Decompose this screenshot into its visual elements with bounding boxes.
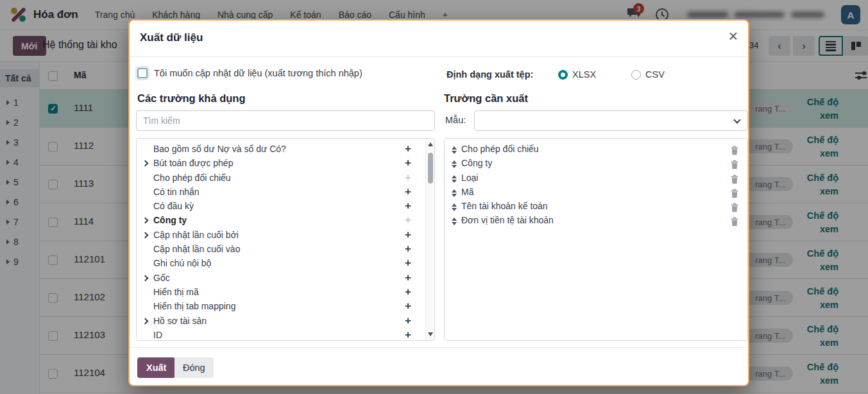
close-button[interactable]: Đóng — [174, 357, 214, 378]
export-field-row[interactable]: Tên tài khoản kế toán — [451, 201, 747, 215]
export-field-label: Công ty — [461, 158, 492, 168]
export-field-label: Đơn vị tiền tệ tài khoản — [461, 215, 554, 225]
update-data-option: Tôi muốn cập nhật dữ liệu (xuất tương th… — [137, 68, 362, 78]
scrollbar-thumb[interactable] — [428, 153, 433, 184]
expand-caret-icon[interactable] — [142, 232, 149, 238]
trash-icon — [731, 146, 738, 155]
available-field-row[interactable]: Bao gồm số dư Nợ và số dư Có? + — [137, 142, 434, 157]
scroll-down-icon[interactable] — [428, 332, 433, 336]
chevron-down-icon — [733, 116, 740, 123]
csv-radio[interactable] — [631, 70, 641, 80]
export-field-row[interactable]: Công ty — [451, 158, 747, 172]
available-fields-box: Bao gồm số dư Nợ và số dư Có? + Bút toán… — [136, 138, 435, 341]
drag-handle-icon[interactable] — [451, 218, 457, 227]
export-field-row[interactable]: Mã — [451, 187, 747, 201]
export-field-label: Mã — [461, 187, 473, 197]
template-label: Mẫu: — [445, 115, 466, 125]
xlsx-label[interactable]: XLSX — [572, 69, 596, 80]
field-label: Cập nhật lần cuối bởi — [153, 230, 239, 240]
dialog-header: Xuất dữ liệu × — [130, 21, 748, 57]
add-field-icon[interactable]: + — [405, 286, 411, 298]
update-data-label[interactable]: Tôi muốn cập nhật dữ liệu (xuất tương th… — [154, 68, 362, 78]
add-field-icon[interactable]: + — [405, 171, 411, 184]
export-fields-title: Trường cần xuất — [444, 92, 528, 105]
export-field-row[interactable]: Đơn vị tiền tệ tài khoản — [451, 215, 747, 229]
field-label: Hồ sơ tài sản — [153, 316, 207, 326]
available-field-row[interactable]: Cập nhật lần cuối vào + — [137, 243, 434, 257]
export-dialog: Xuất dữ liệu × Tôi muốn cập nhật dữ liệu… — [128, 19, 749, 386]
expand-caret-icon[interactable] — [142, 218, 149, 224]
trash-icon — [731, 175, 738, 184]
add-field-icon[interactable]: + — [405, 157, 411, 169]
export-field-row[interactable]: Loại — [451, 173, 747, 187]
drag-handle-icon[interactable] — [451, 160, 457, 169]
field-label: Bút toán được phép — [153, 158, 233, 168]
available-field-row[interactable]: Có đầu kỳ + — [137, 200, 434, 214]
available-field-row[interactable]: Ghi chú nội bộ + — [137, 257, 434, 271]
scroll-up-icon[interactable] — [428, 142, 433, 146]
add-field-icon[interactable]: + — [405, 228, 411, 241]
trash-icon — [731, 217, 738, 227]
available-field-row[interactable]: Cập nhật lần cuối bởi + — [137, 228, 434, 243]
available-field-row[interactable]: Bút toán được phép + — [137, 157, 434, 171]
add-field-icon[interactable]: + — [405, 271, 411, 284]
dialog-footer: Xuất Đóng — [130, 347, 748, 386]
available-fields-list: Bao gồm số dư Nợ và số dư Có? + Bút toán… — [137, 139, 434, 341]
add-field-icon[interactable]: + — [405, 214, 411, 227]
available-field-row[interactable]: Hiển thị tab mapping + — [137, 300, 434, 314]
expand-caret-icon[interactable] — [142, 160, 149, 167]
export-field-row[interactable]: Cho phép đối chiếu — [451, 144, 747, 158]
close-icon[interactable]: × — [728, 28, 738, 44]
template-select[interactable] — [474, 110, 748, 131]
xlsx-radio[interactable] — [558, 70, 568, 80]
csv-label[interactable]: CSV — [645, 69, 665, 80]
remove-field-button[interactable] — [731, 203, 738, 215]
expand-caret-icon[interactable] — [142, 275, 149, 281]
scrollbar[interactable] — [425, 139, 434, 340]
field-label: Hiển thị mã — [153, 287, 199, 297]
trash-icon — [731, 160, 738, 169]
drag-handle-icon[interactable] — [451, 203, 457, 212]
field-label: Hiển thị tab mapping — [153, 301, 235, 311]
add-field-icon[interactable]: + — [405, 257, 411, 270]
expand-caret-icon[interactable] — [142, 318, 149, 324]
available-field-row[interactable]: Hồ sơ tài sản + — [137, 314, 434, 329]
available-field-row[interactable]: Công ty + — [137, 214, 434, 228]
remove-field-button[interactable] — [731, 217, 738, 229]
export-field-label: Tên tài khoản kế toán — [461, 201, 548, 211]
available-field-row[interactable]: Có tin nhắn + — [137, 185, 434, 200]
drag-handle-icon[interactable] — [451, 189, 457, 198]
dialog-title: Xuất dữ liệu — [140, 31, 203, 44]
add-field-icon[interactable]: + — [405, 329, 411, 341]
export-fields-box: Cho phép đối chiếu Công ty — [444, 138, 748, 341]
field-label: Công ty — [153, 215, 187, 225]
trash-icon — [731, 189, 738, 198]
available-field-row[interactable]: Gốc + — [137, 271, 434, 286]
export-field-label: Cho phép đối chiếu — [461, 144, 539, 154]
update-data-checkbox[interactable] — [137, 68, 148, 78]
remove-field-button[interactable] — [731, 160, 738, 172]
export-button[interactable]: Xuất — [137, 357, 175, 378]
field-label: ID — [153, 330, 162, 340]
available-field-row[interactable]: Cho phép đối chiếu + — [137, 171, 434, 185]
field-label: Cho phép đối chiếu — [153, 173, 231, 183]
add-field-icon[interactable]: + — [405, 314, 411, 327]
search-input[interactable] — [136, 110, 435, 131]
add-field-icon[interactable]: + — [405, 243, 411, 255]
drag-handle-icon[interactable] — [451, 146, 457, 155]
add-field-icon[interactable]: + — [405, 185, 411, 198]
add-field-icon[interactable]: + — [405, 200, 411, 212]
available-field-row[interactable]: ID + — [137, 329, 434, 341]
trash-icon — [731, 203, 738, 212]
available-fields-title: Các trường khả dụng — [137, 92, 246, 105]
field-label: Gốc — [153, 273, 170, 283]
drag-handle-icon[interactable] — [451, 175, 457, 184]
available-field-row[interactable]: Hiển thị mã + — [137, 286, 434, 300]
field-label: Ghi chú nội bộ — [153, 258, 211, 268]
add-field-icon[interactable]: + — [405, 300, 411, 313]
remove-field-button[interactable] — [731, 189, 738, 201]
add-field-icon[interactable]: + — [405, 142, 411, 155]
remove-field-button[interactable] — [731, 146, 738, 158]
remove-field-button[interactable] — [731, 175, 738, 187]
field-label: Cập nhật lần cuối vào — [153, 244, 240, 254]
